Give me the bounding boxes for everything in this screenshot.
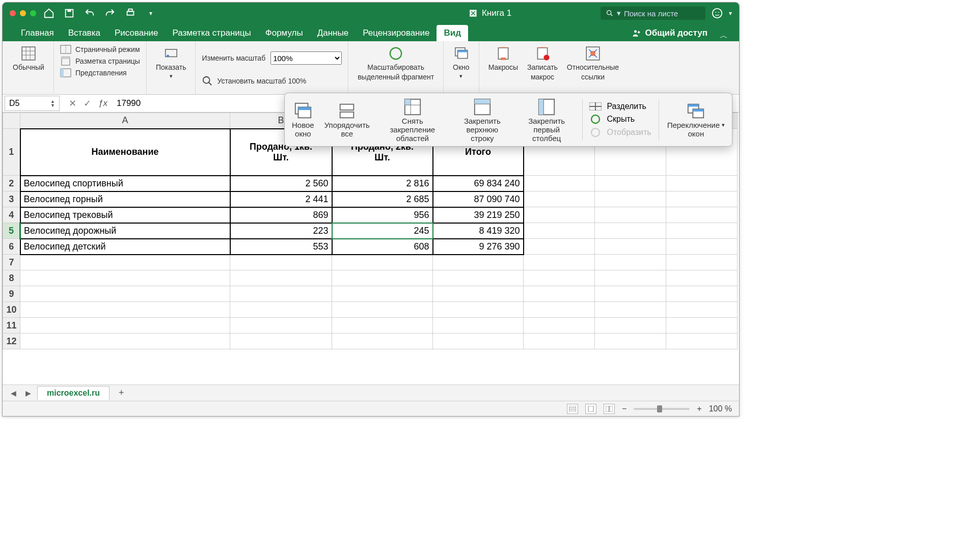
cell[interactable]: [332, 318, 433, 334]
cell[interactable]: [595, 318, 666, 334]
prev-sheet-icon[interactable]: ◀: [8, 388, 19, 398]
collapse-ribbon-icon[interactable]: ︿: [720, 31, 728, 41]
cell[interactable]: 69 834 240: [433, 176, 524, 191]
cell[interactable]: [595, 334, 666, 349]
cell[interactable]: [20, 334, 230, 349]
relative-refs-button[interactable]: Относительныессылки: [564, 44, 622, 82]
freeze-first-col-button[interactable]: Закрепитьпервый столбец: [514, 95, 579, 145]
save-icon[interactable]: [64, 8, 75, 19]
tab-data[interactable]: Данные: [310, 25, 356, 41]
row-header[interactable]: 1: [3, 129, 20, 176]
cell[interactable]: 869: [230, 207, 332, 223]
zoom-out-button[interactable]: −: [622, 404, 627, 413]
tab-home[interactable]: Главная: [14, 25, 61, 41]
cell[interactable]: Велосипед спортивный: [20, 176, 230, 191]
user-icon[interactable]: [712, 8, 723, 19]
close-icon[interactable]: [10, 10, 16, 16]
sheet-tab[interactable]: microexcel.ru: [37, 386, 110, 400]
add-sheet-button[interactable]: +: [113, 385, 130, 400]
redo-icon[interactable]: [104, 8, 116, 19]
confirm-icon[interactable]: ✓: [84, 98, 91, 109]
home-icon[interactable]: [43, 8, 55, 19]
cell[interactable]: [433, 270, 524, 286]
cell[interactable]: [230, 318, 332, 334]
cell[interactable]: [433, 302, 524, 318]
normal-view-icon[interactable]: [567, 404, 578, 414]
page-layout-icon[interactable]: [585, 404, 596, 414]
cell[interactable]: [595, 223, 666, 239]
cell[interactable]: [595, 239, 666, 255]
cell[interactable]: [332, 334, 433, 349]
cell[interactable]: [666, 318, 738, 334]
row-header[interactable]: 9: [3, 286, 20, 302]
minimize-icon[interactable]: [20, 10, 26, 16]
cell[interactable]: [524, 286, 595, 302]
row-header[interactable]: 7: [3, 255, 20, 270]
normal-view-button[interactable]: Обычный: [10, 44, 47, 72]
cell[interactable]: [433, 255, 524, 270]
row-header[interactable]: 10: [3, 302, 20, 318]
share-button[interactable]: Общий доступ: [625, 25, 714, 41]
tab-draw[interactable]: Рисование: [107, 25, 166, 41]
tab-page-layout[interactable]: Разметка страницы: [166, 25, 258, 41]
cell[interactable]: [524, 255, 595, 270]
zoom-select[interactable]: 100%: [270, 51, 342, 65]
cell[interactable]: [666, 223, 738, 239]
arrange-all-button[interactable]: Упорядочитьвсе: [319, 99, 375, 140]
cell[interactable]: [332, 255, 433, 270]
zoom-100-button[interactable]: Установить масштаб 100%: [202, 75, 306, 87]
cell[interactable]: [524, 239, 595, 255]
worksheet[interactable]: A B C D E F G 1 Наименование Продано, 1к…: [3, 113, 739, 384]
next-sheet-icon[interactable]: ▶: [22, 388, 34, 398]
cell[interactable]: [524, 207, 595, 223]
fx-icon[interactable]: ƒx: [98, 98, 107, 108]
cell[interactable]: [666, 302, 738, 318]
row-header[interactable]: 8: [3, 270, 20, 286]
cell[interactable]: 2 816: [332, 176, 433, 191]
window-button[interactable]: Окно▾: [450, 44, 473, 80]
cell[interactable]: [433, 318, 524, 334]
cell[interactable]: 87 090 740: [433, 191, 524, 207]
switch-windows-button[interactable]: Переключение▾окон: [662, 99, 730, 140]
cell[interactable]: [666, 239, 738, 255]
tab-view[interactable]: Вид: [437, 25, 468, 41]
cell[interactable]: [595, 176, 666, 191]
cell[interactable]: 8 419 320: [433, 223, 524, 239]
cell[interactable]: 9 276 390: [433, 239, 524, 255]
select-all[interactable]: [3, 113, 20, 129]
cell[interactable]: [433, 286, 524, 302]
new-window-button[interactable]: Новоеокно: [287, 99, 319, 140]
cell[interactable]: [230, 286, 332, 302]
page-break-icon[interactable]: [604, 404, 615, 414]
zoom-selection-button[interactable]: Масштабироватьвыделенный фрагмент: [355, 44, 437, 82]
cell[interactable]: Велосипед горный: [20, 191, 230, 207]
cell[interactable]: [230, 334, 332, 349]
zoom-level[interactable]: 100 %: [709, 404, 732, 413]
cell[interactable]: 2 560: [230, 176, 332, 191]
undo-icon[interactable]: [84, 8, 95, 19]
record-macro-button[interactable]: Записатьмакрос: [524, 44, 561, 82]
cell[interactable]: [595, 270, 666, 286]
cell[interactable]: [595, 255, 666, 270]
cell[interactable]: 553: [230, 239, 332, 255]
cell[interactable]: [20, 302, 230, 318]
col-header-a[interactable]: A: [20, 113, 230, 129]
cell[interactable]: 223: [230, 223, 332, 239]
unhide-button[interactable]: Отобразить: [589, 127, 651, 137]
row-header[interactable]: 3: [3, 191, 20, 207]
freeze-top-row-button[interactable]: Закрепитьверхнюю строку: [450, 95, 514, 145]
maximize-icon[interactable]: [30, 10, 36, 16]
cell[interactable]: [230, 255, 332, 270]
cell[interactable]: [666, 191, 738, 207]
zoom-in-button[interactable]: +: [697, 404, 701, 413]
show-button[interactable]: Показать▾: [153, 44, 189, 80]
cell[interactable]: [332, 286, 433, 302]
cell[interactable]: [524, 318, 595, 334]
cell[interactable]: Велосипед трековый: [20, 207, 230, 223]
cell[interactable]: Велосипед детский: [20, 239, 230, 255]
cell[interactable]: [666, 176, 738, 191]
cell[interactable]: [524, 334, 595, 349]
macros-button[interactable]: Макросы: [485, 44, 521, 82]
unfreeze-panes-button[interactable]: Снять закреплениеобластей: [375, 95, 450, 145]
cell[interactable]: [595, 286, 666, 302]
